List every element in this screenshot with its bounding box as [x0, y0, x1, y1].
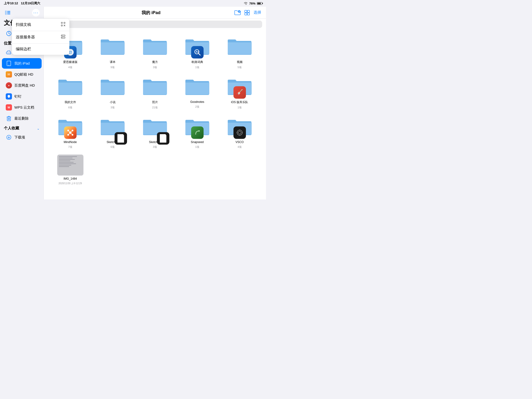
file-item-myfiles[interactable]: 我的文件 6项	[51, 75, 89, 109]
favorites-chevron[interactable]: ⌄	[37, 127, 40, 130]
server-icon	[61, 34, 66, 40]
sidebar-item-qq[interactable]: ✉ QQ邮箱 HD	[2, 69, 42, 80]
sidebar-item-dingding[interactable]: 钉钉	[2, 91, 42, 102]
header-actions: 选择	[234, 10, 261, 15]
file-item-sketches1[interactable]: Sketches 6项	[93, 115, 132, 149]
file-item-keben[interactable]: 课本 9项	[93, 35, 132, 69]
file-name-video: 视频	[237, 60, 243, 64]
file-count-photos: 21项	[152, 106, 158, 109]
battery-icon	[257, 2, 262, 5]
content-header: 我的 iPad	[44, 7, 266, 19]
file-item-photos[interactable]: 照片 21项	[136, 75, 174, 109]
folder-icon-ouludict: Aa	[183, 35, 212, 59]
sidebar-item-trash[interactable]: 最近删除	[2, 113, 42, 124]
file-item-sketches2[interactable]: Sketches 3项	[136, 115, 174, 149]
svg-rect-19	[61, 35, 65, 36]
file-item-video[interactable]: 视频 5项	[220, 35, 259, 69]
sketches1-app-icon	[114, 132, 127, 145]
svg-point-47	[198, 130, 200, 132]
file-name-goodnotes: Goodnotes	[190, 100, 204, 104]
folder-icon-video	[225, 35, 254, 59]
folder-icon-keben	[98, 35, 127, 59]
dropdown-server[interactable]: 连接服务器	[12, 31, 69, 44]
vsco-app-icon	[234, 126, 246, 139]
svg-rect-14	[61, 22, 63, 23]
file-count-ouludict: 1项	[195, 66, 199, 69]
svg-point-49	[238, 131, 241, 134]
svg-rect-26	[245, 10, 247, 13]
sidebar-toggle-button[interactable]	[4, 9, 12, 17]
svg-point-8	[9, 65, 9, 65]
file-item-goodnotes[interactable]: Goodnotes 2项	[178, 75, 216, 109]
svg-rect-2	[7, 13, 10, 13]
mindnode-app-icon	[64, 126, 76, 139]
content-area: 我的 iPad	[44, 7, 266, 200]
folder-icon-novel	[98, 75, 127, 99]
download-icon	[6, 134, 12, 140]
favorites-title: 个人收藏	[4, 126, 19, 131]
search-input-wrap: 🔍	[48, 21, 262, 28]
status-date: 12月19日周六	[21, 1, 40, 6]
svg-marker-45	[160, 136, 166, 141]
locations-title: 位置	[4, 41, 12, 46]
trash-label: 最近删除	[14, 116, 29, 121]
file-item-img1484[interactable]: IMG_1484 2020/11/30 上午12:29	[51, 155, 89, 185]
baidu-label: 百度网盘 HD	[14, 83, 35, 88]
file-item-mofang[interactable]: 魔方 3项	[136, 35, 174, 69]
sidebar: ··· 文件 最近 位置 ⌄	[0, 7, 44, 200]
file-item-garageband[interactable]: 🎸 iOS 版库乐队 1项	[220, 75, 259, 109]
battery-percent: 76%	[249, 2, 255, 5]
sketches2-app-icon	[157, 132, 169, 145]
sidebar-item-downloads[interactable]: 下载项	[2, 132, 42, 143]
file-item-mindnode[interactable]: MindNode 7项	[51, 115, 89, 149]
favorites-section: 个人收藏 ⌄	[0, 124, 44, 132]
garage-app-icon: 🎸	[234, 86, 246, 99]
file-name-aisi: 爱思极速版	[63, 60, 77, 64]
clock-icon	[6, 30, 12, 37]
svg-rect-0	[5, 11, 7, 15]
sidebar-item-ipad[interactable]: 我的 iPad	[2, 58, 42, 69]
sidebar-header: ···	[0, 7, 44, 19]
svg-rect-28	[245, 13, 247, 15]
file-item-ouludict[interactable]: Aa 欧路词典 1项	[178, 35, 216, 69]
svg-rect-16	[61, 25, 63, 26]
sidebar-item-wps[interactable]: W WPS 云文档	[2, 102, 42, 113]
folder-icon-snapseed	[183, 115, 212, 139]
status-time: 上午10:12	[4, 1, 18, 6]
select-button[interactable]: 选择	[253, 10, 261, 15]
svg-text:Aa: Aa	[196, 51, 199, 53]
qq-icon: ✉	[6, 71, 12, 77]
svg-line-6	[9, 33, 10, 34]
grid-view-button[interactable]	[244, 10, 250, 15]
file-item-novel[interactable]: 小说 3项	[93, 75, 132, 109]
svg-rect-29	[247, 13, 249, 15]
file-name-snapseed: Snapseed	[191, 140, 203, 144]
dropdown-edit-sidebar[interactable]: 编辑边栏	[12, 44, 69, 55]
svg-line-39	[69, 131, 69, 132]
svg-rect-1	[7, 11, 10, 12]
ipad-device-icon	[6, 60, 12, 66]
svg-point-34	[69, 131, 71, 134]
file-item-snapseed[interactable]: Snapseed 1项	[178, 115, 216, 149]
file-item-vsco[interactable]: VSCO 4项	[220, 115, 259, 149]
file-count-garageband: 1项	[238, 106, 242, 109]
file-grid: 爱思极速版 4项 课本 9项	[44, 30, 266, 200]
dropdown-scan[interactable]: 扫描文稿	[12, 19, 69, 31]
file-name-mofang: 魔方	[152, 60, 158, 64]
downloads-label: 下载项	[14, 135, 25, 140]
svg-line-42	[71, 133, 72, 134]
baidu-icon: ●	[6, 82, 12, 89]
new-folder-button[interactable]	[234, 10, 241, 15]
file-count-myfiles: 6项	[68, 106, 72, 109]
folder-icon-goodnotes	[183, 75, 212, 99]
search-input[interactable]	[56, 22, 259, 26]
folder-icon-mindnode	[56, 115, 85, 139]
status-bar: 上午10:12 12月19日周六 76%	[0, 0, 266, 7]
wifi-icon	[244, 2, 248, 5]
file-count-vsco: 4项	[238, 145, 242, 149]
ipad-label: 我的 iPad	[14, 61, 30, 66]
folder-icon-photos	[141, 75, 169, 99]
qq-label: QQ邮箱 HD	[14, 72, 33, 77]
sidebar-item-baidu[interactable]: ● 百度网盘 HD	[2, 80, 42, 91]
more-options-button[interactable]: ···	[32, 9, 40, 17]
